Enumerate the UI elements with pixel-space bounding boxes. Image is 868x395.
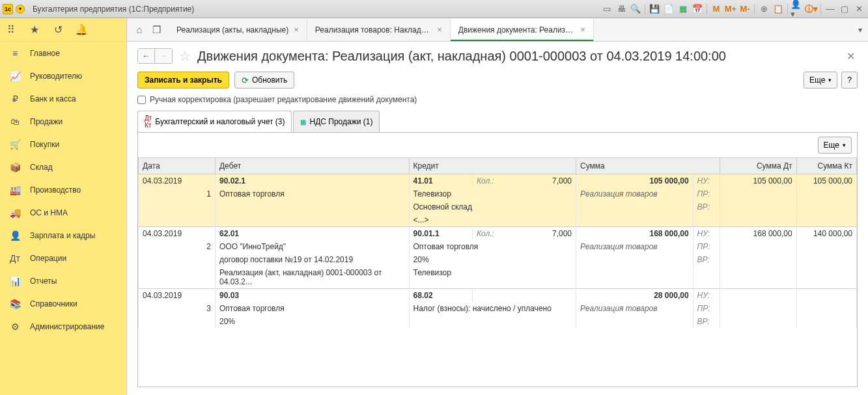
- col-credit2[interactable]: Кредит: [409, 158, 576, 174]
- app-menu-dropdown[interactable]: ▾: [16, 5, 25, 14]
- nav-forward-button[interactable]: →: [155, 49, 172, 63]
- m-plus-btn[interactable]: M+: [724, 3, 737, 16]
- sidebar: ⠿ ★ ↺ 🔔 ≡Главное📈Руководителю₽Банк и кас…: [0, 18, 127, 395]
- grid-more-button[interactable]: Еще ▾: [818, 137, 852, 154]
- doc-icon[interactable]: 📄: [662, 3, 675, 16]
- windows-icon[interactable]: ❐: [149, 23, 163, 37]
- manual-correction-checkbox[interactable]: [137, 96, 146, 104]
- cell-num: 3: [139, 302, 216, 315]
- cell-debet-line: Реализация (акт, накладная) 0001-000003 …: [215, 266, 409, 289]
- sidebar-label: Главное: [30, 49, 60, 58]
- cell-summa-note: [576, 315, 693, 328]
- sidebar-item-1[interactable]: 📈Руководителю: [0, 64, 126, 87]
- col-summa-kt2[interactable]: Сумма Кт: [796, 158, 856, 174]
- table-row[interactable]: <...>: [139, 213, 857, 227]
- cell-summa-kt: 105 000,00: [796, 174, 856, 188]
- clipboard-icon[interactable]: 📋: [772, 3, 785, 16]
- more-button[interactable]: Еще ▾: [804, 72, 837, 89]
- apps-icon[interactable]: ⠿: [5, 24, 17, 36]
- sidebar-item-0[interactable]: ≡Главное: [0, 42, 126, 64]
- home-icon[interactable]: ⌂: [132, 23, 147, 37]
- favorite-star-icon[interactable]: ☆: [179, 48, 191, 64]
- tabs-more-dropdown[interactable]: ▾: [852, 25, 868, 34]
- cell-credit-line: Телевизор: [409, 266, 576, 289]
- cell-credit-line: Телевизор: [409, 187, 576, 200]
- table-row[interactable]: Реализация (акт, накладная) 0001-000003 …: [139, 266, 857, 289]
- sidebar-item-7[interactable]: 🚚ОС и НМА: [0, 201, 126, 224]
- sidebar-item-6[interactable]: 🏭Производство: [0, 178, 126, 201]
- cell-debet-line: ООО "ИнноТрейд": [215, 240, 409, 253]
- m-btn[interactable]: M: [710, 3, 723, 16]
- sidebar-item-5[interactable]: 📦Склад: [0, 156, 126, 178]
- table-row[interactable]: Основной складВР:: [139, 200, 857, 213]
- cell-summa: 105 000,00: [576, 174, 693, 188]
- document-tab-0[interactable]: Реализация (акты, накладные)×: [169, 18, 307, 41]
- sidebar-label: Операции: [30, 254, 66, 263]
- print-icon[interactable]: 🖶: [615, 3, 628, 16]
- sidebar-item-11[interactable]: 📚Справочники: [0, 292, 126, 315]
- document-tab-1[interactable]: Реализация товаров: Накладная 0001-00000…: [307, 18, 451, 41]
- sidebar-label: Покупки: [30, 140, 59, 149]
- notifications-icon[interactable]: 🔔: [76, 24, 87, 36]
- sidebar-item-2[interactable]: ₽Банк и касса: [0, 87, 126, 110]
- sidebar-item-8[interactable]: 👤Зарплата и кадры: [0, 224, 126, 247]
- sidebar-item-10[interactable]: 📊Отчеты: [0, 269, 126, 292]
- sidebar-label: Зарплата и кадры: [30, 231, 95, 240]
- cell-summa-kt: 140 000,00: [796, 227, 856, 241]
- document-tab-2[interactable]: Движения документа: Реализация (акт, нак…: [451, 18, 594, 41]
- calendar-icon[interactable]: 📅: [691, 3, 704, 16]
- favorite-icon[interactable]: ★: [29, 24, 40, 36]
- table-row[interactable]: 04.03.201990.02.141.01Кол.: 7,000105 000…: [139, 174, 857, 188]
- refresh-icon: ⟳: [242, 75, 249, 85]
- minimize-icon[interactable]: —: [824, 3, 837, 16]
- table-row[interactable]: 20%ВР:: [139, 315, 857, 328]
- cell-credit-line: Основной склад: [409, 200, 576, 213]
- preview-icon[interactable]: 🔍: [629, 3, 642, 16]
- tb-open-icon[interactable]: ▭: [600, 3, 613, 16]
- sidebar-item-9[interactable]: ДтОперации: [0, 247, 126, 269]
- table-row[interactable]: 2ООО "ИнноТрейд"Оптовая торговляРеализац…: [139, 240, 857, 253]
- tab-close-icon[interactable]: ×: [580, 25, 585, 34]
- cell-nu-label: НУ:: [693, 227, 720, 241]
- cell-credit-kol: Кол.: 7,000: [473, 227, 576, 241]
- cell-tax-label: ПР:: [693, 187, 720, 200]
- m-minus-btn[interactable]: M-: [738, 3, 751, 16]
- maximize-icon[interactable]: ▢: [838, 3, 851, 16]
- inner-tab-0[interactable]: ДтКтБухгалтерский и налоговый учет (3): [137, 111, 292, 132]
- table-row[interactable]: 04.03.201962.0190.01.1Кол.: 7,000168 000…: [139, 227, 857, 241]
- window-titlebar: 1c ▾ Бухгалтерия предприятия (1С:Предпри…: [0, 0, 868, 18]
- document-close-icon[interactable]: ✕: [847, 50, 858, 62]
- calc-icon[interactable]: ▦: [677, 3, 690, 16]
- tab-close-icon[interactable]: ×: [437, 25, 442, 34]
- help-button[interactable]: ?: [841, 72, 858, 89]
- tab-close-icon[interactable]: ×: [294, 25, 299, 34]
- zoom-in-icon[interactable]: ⊕: [757, 3, 770, 16]
- table-row[interactable]: 1Оптовая торговляТелевизорРеализация тов…: [139, 187, 857, 200]
- save-and-close-button[interactable]: Записать и закрыть: [137, 72, 229, 89]
- info-icon[interactable]: ⓘ▾: [805, 3, 818, 16]
- save-icon[interactable]: 💾: [648, 3, 661, 16]
- history-icon[interactable]: ↺: [52, 24, 64, 36]
- sidebar-item-12[interactable]: ⚙Администрирование: [0, 315, 126, 338]
- inner-tab-label: Бухгалтерский и налоговый учет (3): [155, 117, 285, 126]
- sidebar-item-3[interactable]: 🛍Продажи: [0, 110, 126, 133]
- table-row[interactable]: договор поставки №19 от 14.02.201920%ВР:: [139, 253, 857, 266]
- table-row[interactable]: 04.03.201990.0368.0228 000,00НУ:: [139, 289, 857, 303]
- table-row[interactable]: 3Оптовая торговляНалог (взносы): начисле…: [139, 302, 857, 315]
- cell-summa-note: [576, 266, 693, 289]
- col-summa-dt2[interactable]: Сумма Дт: [720, 158, 796, 174]
- refresh-button[interactable]: ⟳Обновить: [234, 72, 294, 89]
- nav-back-button[interactable]: ←: [138, 49, 155, 63]
- gear-icon: ⚙: [9, 321, 21, 333]
- accounting-entries-body[interactable]: Дата Дебет Кредит Сумма Сумма Дт Сумма К…: [138, 157, 857, 328]
- sidebar-item-4[interactable]: 🛒Покупки: [0, 133, 126, 156]
- cart-icon: 🛒: [9, 139, 21, 150]
- col-summa2[interactable]: Сумма: [576, 158, 720, 174]
- col-debet2[interactable]: Дебет: [215, 158, 409, 174]
- inner-tab-1[interactable]: ▦НДС Продажи (1): [293, 111, 380, 132]
- close-window-icon[interactable]: ✕: [852, 3, 865, 16]
- col-date2[interactable]: Дата: [139, 158, 216, 174]
- cell-debet-line: [215, 213, 409, 227]
- user-icon[interactable]: 👤▾: [791, 3, 804, 16]
- cell-summa-note: Реализация товаров: [576, 302, 693, 315]
